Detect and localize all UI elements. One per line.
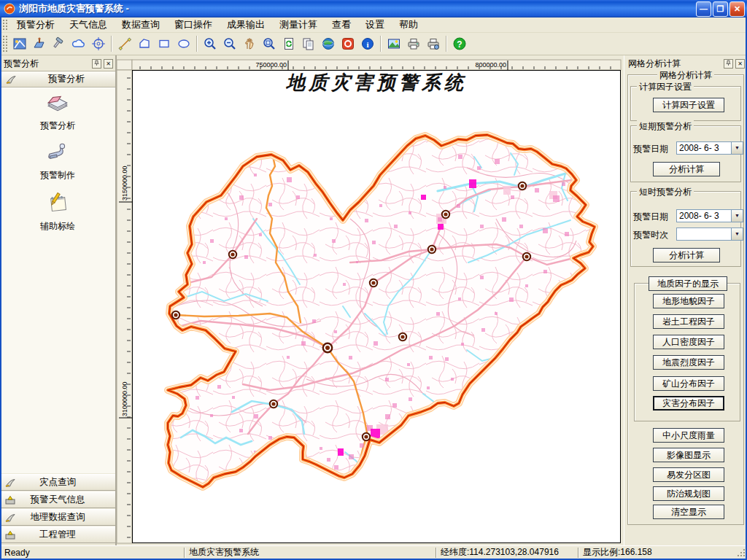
menu-weather-info[interactable]: 天气信息	[62, 17, 115, 33]
ruler-x-label: 750000.00	[255, 61, 287, 69]
polyline-button[interactable]	[115, 34, 134, 53]
sidebar-item-warning-make[interactable]: 预警制作	[0, 141, 115, 182]
warning-analysis-book-icon	[45, 91, 70, 114]
sidebar-bar-label: 灾点查询	[0, 476, 115, 489]
sidebar-bar-warning-weather[interactable]: 预警天气信息	[0, 491, 115, 508]
clear-display-button[interactable]: 清空显示	[653, 505, 724, 519]
geotech-factor-button[interactable]: 岩土工程因子	[653, 314, 724, 329]
image-view-button[interactable]	[384, 34, 403, 53]
print-setup-button[interactable]	[423, 34, 443, 53]
sidebar-section-header[interactable]: 预警分析	[0, 71, 115, 88]
polygon-button[interactable]	[134, 34, 154, 53]
town-marker	[363, 433, 370, 440]
rainfall-button[interactable]: 中小尺度雨量	[653, 428, 724, 443]
sidebar-item-label: 辅助标绘	[0, 220, 115, 233]
susceptibility-map-button[interactable]: 易发分区图	[653, 467, 724, 482]
ruler-y-label: 3150000.00	[121, 166, 128, 201]
title-bar: 浏阳市地质灾害预警系统 - — ❐ ✕	[0, 0, 747, 18]
zoom-extent-button[interactable]	[259, 34, 279, 53]
copy-icon	[301, 36, 316, 51]
stop-button[interactable]	[338, 34, 357, 53]
menu-warning-analysis[interactable]: 预警分析	[9, 17, 62, 33]
grid-panel-close-button[interactable]: ✕	[735, 59, 745, 69]
analysis-tool-icon	[12, 36, 27, 51]
terrain-factor-button[interactable]: 地形地貌因子	[653, 294, 724, 308]
cloud-button[interactable]	[69, 34, 88, 53]
analysis-tool-button[interactable]	[9, 34, 29, 53]
rectangle-button[interactable]	[154, 34, 174, 53]
grid-analysis-panel: 网格分析计算 ✕ 网格分析计算 计算因子设置 计算因子设置 短期预警分析 预警日…	[624, 55, 747, 545]
menu-data-query[interactable]: 数据查询	[115, 17, 167, 33]
map-canvas[interactable]: 750000.00 800000.00 3150000.00 3100000.0…	[117, 55, 624, 545]
menu-help[interactable]: 帮助	[392, 17, 425, 33]
menu-grip[interactable]	[2, 19, 7, 31]
copy-button[interactable]	[298, 34, 318, 53]
chevron-down-icon[interactable]: ▼	[731, 210, 743, 222]
pan-button[interactable]	[239, 34, 259, 53]
map-view[interactable]: 750000.00 800000.00 3150000.00 3100000.0…	[117, 55, 624, 545]
print-button[interactable]	[403, 34, 423, 53]
map-pin-button[interactable]	[29, 34, 49, 53]
town-marker	[523, 253, 530, 260]
menu-window-ops[interactable]: 窗口操作	[167, 17, 220, 33]
close-button[interactable]: ✕	[729, 1, 745, 17]
outer-group-label: 网格分析计算	[657, 69, 714, 82]
menu-result-output[interactable]: 成果输出	[220, 17, 272, 33]
target-button[interactable]	[88, 34, 108, 53]
sidebar-bar-disaster-query[interactable]: 灾点查询	[0, 474, 115, 491]
prevention-plan-button[interactable]: 防治规划图	[653, 486, 724, 501]
factor-setting-button[interactable]: 计算因子设置	[653, 98, 724, 112]
svg-text:?: ?	[457, 39, 462, 50]
menu-view[interactable]: 查看	[325, 17, 358, 33]
chevron-down-icon[interactable]: ▼	[731, 228, 743, 240]
population-factor-button[interactable]: 人口密度因子	[653, 335, 724, 349]
restore-button[interactable]: ❐	[713, 1, 728, 17]
sidebar-close-button[interactable]: ✕	[104, 59, 113, 69]
info-button[interactable]: i	[357, 34, 377, 53]
disaster-factor-button[interactable]: 灾害分布因子	[653, 396, 724, 411]
town-marker	[428, 246, 436, 253]
help-button[interactable]: ?	[449, 34, 469, 53]
mine-factor-button[interactable]: 矿山分布因子	[653, 376, 724, 391]
short-term-analyze-button[interactable]: 分析计算	[653, 162, 720, 176]
warning-make-tool-icon	[45, 141, 70, 164]
minimize-button[interactable]: —	[696, 1, 711, 17]
hammer-icon	[52, 36, 66, 51]
chevron-down-icon[interactable]: ▼	[731, 142, 743, 154]
seismic-factor-button[interactable]: 地震烈度因子	[653, 355, 724, 370]
geo-factor-display-button[interactable]: 地质因子的显示	[649, 276, 727, 291]
globe-icon	[321, 36, 336, 51]
sidebar-bar-label: 地理数据查询	[0, 511, 115, 524]
short-term-date-label: 预警日期	[633, 143, 668, 155]
status-doc-title: 地质灾害预警系统	[185, 546, 436, 559]
print-setup-icon	[426, 36, 441, 51]
short-time-analyze-button[interactable]: 分析计算	[653, 248, 720, 262]
map-title: 地质灾害预警系统	[285, 71, 467, 93]
status-coordinates: 经纬度:114.273103,28.047916	[436, 546, 578, 559]
refresh-button[interactable]	[279, 34, 298, 53]
menu-measure-calc[interactable]: 测量计算	[272, 17, 325, 33]
toolbar-grip[interactable]	[2, 35, 7, 52]
grid-panel-pin-button[interactable]	[724, 59, 733, 69]
globe-button[interactable]	[318, 34, 338, 53]
sidebar-item-aux-plot[interactable]: 辅助标绘	[0, 190, 115, 233]
short-term-group-label: 短期预警分析	[637, 120, 694, 133]
ellipse-button[interactable]	[174, 34, 193, 53]
image-display-button[interactable]: 影像图显示	[653, 448, 724, 462]
resize-grip[interactable]	[736, 548, 746, 558]
warning-time-combo[interactable]: ▼	[676, 228, 743, 241]
sidebar-bar-project-manage[interactable]: 工程管理	[0, 526, 115, 543]
short-time-group-label: 短时预警分析	[637, 186, 694, 198]
sidebar-item-label: 预警制作	[0, 169, 115, 182]
sidebar-pin-button[interactable]	[92, 59, 101, 69]
short-term-date-combo[interactable]: 2008- 6- 3 ▼	[676, 141, 743, 155]
toolbar-separator	[446, 36, 446, 52]
town-marker-city	[323, 343, 332, 352]
short-time-date-combo[interactable]: 2008- 6- 3 ▼	[676, 209, 743, 222]
sidebar-bar-geo-data-query[interactable]: 地理数据查询	[0, 509, 115, 526]
sidebar-item-warning-analysis[interactable]: 预警分析	[0, 91, 115, 132]
menu-settings[interactable]: 设置	[358, 17, 392, 33]
zoom-in-button[interactable]	[200, 34, 220, 53]
zoom-out-button[interactable]	[220, 34, 239, 53]
hammer-button[interactable]	[49, 34, 69, 53]
